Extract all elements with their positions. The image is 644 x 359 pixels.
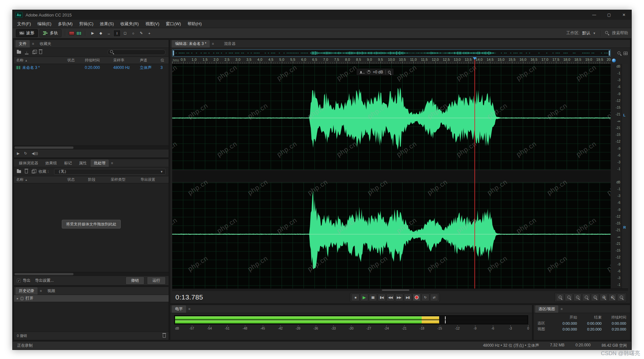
hud-gain-value[interactable]: +0 dB bbox=[373, 70, 383, 74]
selview-value[interactable]: 0:00.000 bbox=[577, 321, 602, 325]
run-button[interactable]: 运行 bbox=[147, 277, 166, 285]
pin-icon[interactable] bbox=[387, 70, 391, 74]
clear-history-icon[interactable] bbox=[163, 334, 166, 338]
volume-hud[interactable]: +0 dB bbox=[356, 68, 394, 76]
batch-horizontal-scrollbar[interactable] bbox=[14, 272, 169, 276]
export-settings-button[interactable]: 导出设置... bbox=[35, 278, 54, 283]
batch-column-2[interactable]: 阶段 bbox=[88, 177, 111, 182]
history-entry[interactable]: ▸打开 bbox=[14, 295, 169, 302]
skip-to-end-button[interactable]: ▶▮ bbox=[404, 294, 412, 301]
scrollbar-thumb[interactable] bbox=[15, 147, 73, 149]
editor-panel-menu-icon[interactable]: ≡ bbox=[210, 42, 216, 46]
playhead-indicator-icon[interactable] bbox=[612, 59, 616, 62]
fast-forward-button[interactable]: ▶▶ bbox=[395, 294, 403, 301]
grid-options-icon[interactable] bbox=[624, 52, 627, 55]
preview-autoplay-icon[interactable]: ◀))) bbox=[32, 151, 38, 156]
files-column-5[interactable]: 位 bbox=[161, 58, 166, 63]
title-bar[interactable]: Au Adobe Audition CC 2015 — ▢ ✕ bbox=[13, 10, 631, 20]
multitrack-view-button[interactable]: 多轨 bbox=[39, 29, 61, 37]
batch-panel-menu-icon[interactable]: ≡ bbox=[109, 161, 115, 165]
menu-clip[interactable]: 剪辑(C) bbox=[76, 20, 96, 28]
menu-file[interactable]: 文件(F) bbox=[14, 20, 34, 28]
menu-window[interactable]: 窗口(W) bbox=[162, 20, 184, 28]
menu-effects[interactable]: 效果(S) bbox=[97, 20, 117, 28]
files-tab-1[interactable]: 收藏夹 bbox=[36, 40, 54, 48]
pause-button[interactable]: ▮▮ bbox=[369, 294, 377, 301]
timeline-ruler[interactable]: hms0.51.01.52.02.53.03.54.04.55.05.56.06… bbox=[172, 57, 611, 64]
spot-healing-brush-tool[interactable]: + bbox=[146, 30, 153, 37]
menu-edit[interactable]: 编辑(E) bbox=[34, 20, 55, 28]
close-button[interactable]: ✕ bbox=[616, 10, 631, 20]
history-tab-1[interactable]: 视频 bbox=[44, 287, 58, 295]
maximize-button[interactable]: ▢ bbox=[602, 10, 616, 20]
zoom-out-time-button[interactable]: − bbox=[565, 294, 573, 301]
files-column-3[interactable]: 采样率 bbox=[113, 58, 140, 63]
close-file-icon[interactable] bbox=[39, 50, 42, 54]
import-file-icon[interactable]: ↓ bbox=[25, 50, 28, 54]
batch-tab-0[interactable]: 媒体浏览器 bbox=[16, 159, 41, 167]
zoom-selection-left-button[interactable]: ◀ bbox=[600, 294, 608, 301]
selview-value[interactable]: 0:00.000 bbox=[552, 327, 577, 331]
workspace-value[interactable]: 默认 bbox=[582, 30, 590, 36]
batch-tab-1[interactable]: 效果组 bbox=[42, 159, 60, 167]
batch-tab-3[interactable]: 属性 bbox=[76, 159, 90, 167]
move-tool[interactable]: ▶ bbox=[89, 30, 96, 37]
files-column-2[interactable]: 持续时间 bbox=[85, 58, 113, 63]
rewind-button[interactable]: ◀◀ bbox=[386, 294, 394, 301]
show-waveform-display-icon[interactable] bbox=[69, 31, 74, 35]
selview-value[interactable]: 0:20.000 bbox=[577, 327, 602, 331]
playhead[interactable] bbox=[474, 57, 475, 288]
menu-help[interactable]: 帮助(H) bbox=[184, 20, 205, 28]
remove-files-icon[interactable] bbox=[25, 170, 28, 173]
workspace-dropdown-icon[interactable]: ▼ bbox=[593, 32, 596, 35]
files-search-input[interactable] bbox=[107, 49, 166, 55]
minimize-button[interactable]: — bbox=[587, 10, 602, 20]
menu-multitrack[interactable]: 多轨(M) bbox=[55, 20, 76, 28]
zoom-out-full-button[interactable]: ○ bbox=[617, 294, 625, 301]
selview-value[interactable]: 0:20.000 bbox=[602, 327, 626, 331]
zoom-out-amplitude-button[interactable]: − bbox=[582, 294, 590, 301]
batch-tab-2[interactable]: 标记 bbox=[61, 159, 75, 167]
batch-column-1[interactable]: 状态 bbox=[67, 177, 88, 182]
files-panel-menu-icon[interactable]: ≡ bbox=[30, 42, 36, 46]
waveform-view-button[interactable]: 波形 bbox=[16, 29, 38, 37]
files-horizontal-scrollbar[interactable] bbox=[14, 146, 169, 149]
paintbrush-selection-tool[interactable]: ✎ bbox=[138, 30, 145, 37]
selection-panel-menu-icon[interactable]: ≡ bbox=[559, 307, 564, 311]
waveform-display[interactable]: php.cnphp.cnphp.cnphp.cnphp.cnphp.cnphp.… bbox=[172, 64, 611, 288]
file-row[interactable]: 未命名 3 *0:20.00048000 Hz立体声3 bbox=[14, 64, 169, 71]
skip-to-start-button[interactable]: ▮◀ bbox=[378, 294, 386, 301]
open-file-icon[interactable] bbox=[17, 51, 21, 54]
batch-column-0[interactable]: 名称▲ bbox=[16, 177, 67, 182]
files-column-1[interactable]: 状态 bbox=[67, 58, 85, 63]
levels-tab[interactable]: 电平 bbox=[172, 305, 186, 313]
lasso-selection-tool[interactable]: ○ bbox=[129, 30, 137, 37]
selview-value[interactable]: 0:00.000 bbox=[552, 321, 577, 325]
record-button[interactable] bbox=[413, 294, 421, 301]
slip-tool[interactable]: ↔ bbox=[105, 30, 113, 37]
overview-navigator[interactable] bbox=[172, 49, 611, 57]
marquee-selection-tool[interactable]: ◻ bbox=[121, 30, 129, 37]
export-checkbox[interactable]: ✓ bbox=[17, 279, 21, 283]
play-button[interactable]: ▶ bbox=[360, 294, 368, 301]
time-display[interactable]: 0:13.785 bbox=[173, 293, 235, 301]
search-help-field[interactable]: 搜索帮助 bbox=[612, 30, 628, 36]
menu-favorites[interactable]: 收藏夹(R) bbox=[117, 20, 142, 28]
history-tab-0[interactable]: 历史记录 bbox=[16, 287, 38, 295]
insert-into-multitrack-icon[interactable] bbox=[32, 51, 35, 54]
favorites-dropdown[interactable]: （无） ▼ bbox=[54, 169, 166, 175]
skip-selection-button[interactable]: ⇄ bbox=[430, 294, 438, 301]
history-panel-menu-icon[interactable]: ≡ bbox=[38, 289, 43, 293]
batch-column-4[interactable]: 导出设置 bbox=[140, 177, 166, 182]
duplicate-icon[interactable] bbox=[32, 170, 35, 173]
preview-loop-icon[interactable]: ↻ bbox=[24, 151, 27, 156]
scrollbar-thumb[interactable] bbox=[15, 273, 73, 275]
levels-panel-menu-icon[interactable]: ≡ bbox=[187, 307, 192, 311]
time-selection-tool[interactable]: I bbox=[113, 30, 121, 37]
menu-view[interactable]: 视图(V) bbox=[142, 20, 162, 28]
overview-zoom-icon[interactable] bbox=[617, 51, 622, 56]
batch-list[interactable]: 将受支持媒体文件拖放到此处 bbox=[14, 183, 169, 272]
zoom-navigator-bar[interactable] bbox=[172, 288, 628, 291]
files-column-0[interactable]: 名称▲ bbox=[16, 58, 67, 63]
show-spectral-display-icon[interactable] bbox=[76, 31, 82, 35]
